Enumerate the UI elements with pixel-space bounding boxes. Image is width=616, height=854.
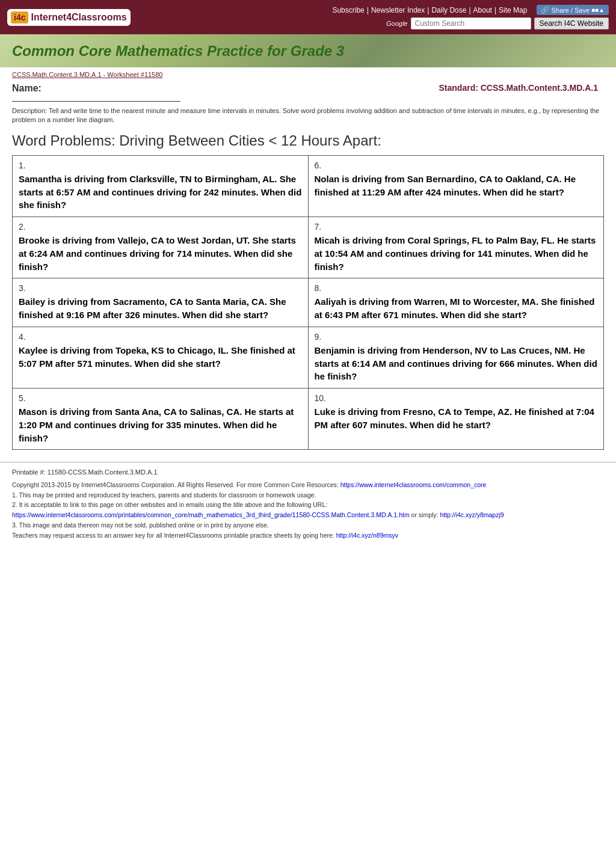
share-icon: 🔗 [541,6,549,14]
logo-area: i4c Internet4Classrooms [7,9,131,26]
footer-line2: 2. It is acceptable to link to this page… [12,500,604,520]
footer-short-url[interactable]: http://i4c.xyz/y8mapzj9 [440,511,504,518]
problems-tbody: 1.Samantha is driving from Clarksville, … [13,155,604,450]
top-nav: Subscribe | Newsletter Index | Daily Dos… [332,5,609,15]
search-button[interactable]: Search I4C Website [534,17,609,29]
problem-cell: 4.Kaylee is driving from Topeka, KS to C… [13,327,309,388]
problem-num: 2. [19,222,302,232]
footer-line4: Teachers may request access to an answer… [12,530,604,541]
problem-text: Kaylee is driving from Topeka, KS to Chi… [19,344,302,370]
problem-text: Mason is driving from Santa Ana, CA to S… [19,405,302,444]
nav-newsletter[interactable]: Newsletter Index [371,6,425,14]
problem-cell: 10.Luke is driving from Fresno, CA to Te… [308,389,604,450]
logo-text: Internet4Classrooms [31,12,126,23]
nav-area: Subscribe | Newsletter Index | Daily Dos… [332,5,609,29]
footer-answer-key-link[interactable]: http://i4c.xyz/n89msyv [336,532,398,539]
problem-num: 9. [315,332,598,342]
share-social-icons: ■■▲ [591,7,605,13]
standard-section: Standard: CCSS.Math.Content.3.MD.A.1 [439,83,604,93]
footer-line1: 1. This may be printed and reproduced by… [12,490,604,500]
problem-cell: 6.Nolan is driving from San Bernardino, … [308,155,604,217]
problem-num: 1. [19,161,302,170]
nav-site-map[interactable]: Site Map [499,6,527,14]
problem-cell: 3.Bailey is driving from Sacramento, CA … [13,278,309,327]
section-title: Word Problems: Driving Between Cities < … [12,132,604,149]
footer-url[interactable]: https://www.internet4classrooms.com/prin… [12,511,410,518]
worksheet-id[interactable]: CCSS.Math.Content.3.MD.A.1 - Worksheet #… [12,71,162,78]
name-section: Name: [12,83,439,102]
problem-num: 3. [19,283,302,293]
problem-cell: 1.Samantha is driving from Clarksville, … [13,155,309,217]
logo-i4c-badge: i4c [11,11,28,23]
problem-text: Micah is driving from Coral Springs, FL … [315,234,598,273]
problem-num: 5. [19,393,302,403]
problem-cell: 8.Aaliyah is driving from Warren, MI to … [308,278,604,327]
problem-cell: 5.Mason is driving from Santa Ana, CA to… [13,389,309,450]
problem-text: Samantha is driving from Clarksville, TN… [19,173,302,212]
nav-about[interactable]: About [473,6,492,14]
banner-title: Common Core Mathematics Practice for Gra… [12,43,344,60]
name-standard-row: Name: Standard: CCSS.Math.Content.3.MD.A… [12,83,604,102]
problem-num: 6. [315,161,598,170]
search-area: Google Search I4C Website [386,17,609,29]
problem-num: 8. [315,283,598,293]
problem-cell: 2.Brooke is driving from Vallejo, CA to … [13,217,309,278]
problem-text: Aaliyah is driving from Warren, MI to Wo… [315,295,598,322]
search-input[interactable] [411,17,531,29]
footer-copyright-link[interactable]: https://www.internet4classrooms.com/comm… [340,481,487,488]
problem-text: Brooke is driving from Vallejo, CA to We… [19,234,302,273]
problem-text: Benjamin is driving from Henderson, NV t… [315,344,598,383]
problems-table: 1.Samantha is driving from Clarksville, … [12,155,604,450]
description: Description: Tell and write time to the … [12,106,604,125]
problem-text: Luke is driving from Fresno, CA to Tempe… [315,405,598,432]
google-logo: Google [386,20,407,27]
logo-box: i4c Internet4Classrooms [7,9,131,26]
nav-subscribe[interactable]: Subscribe [332,6,364,14]
footer: Printable #: 11580-CCSS.Math.Content.3.M… [0,462,616,545]
content: CCSS.Math.Content.3.MD.A.1 - Worksheet #… [0,67,616,462]
footer-line3: 3. This image and data thereon may not b… [12,520,604,530]
footer-copyright: Copyright 2013-2015 by Internet4Classroo… [12,480,604,490]
problem-cell: 9.Benjamin is driving from Henderson, NV… [308,327,604,388]
nav-daily-dose[interactable]: Daily Dose [431,6,466,14]
standard-label: Standard: CCSS.Math.Content.3.MD.A.1 [439,83,598,93]
name-line [12,101,180,102]
problem-text: Bailey is driving from Sacramento, CA to… [19,295,302,322]
footer-printable: Printable #: 11580-CCSS.Math.Content.3.M… [12,467,604,478]
share-save-button[interactable]: 🔗 Share / Save ■■▲ [537,5,609,15]
problem-text: Nolan is driving from San Bernardino, CA… [315,173,598,199]
problem-num: 7. [315,222,598,232]
problem-num: 4. [19,332,302,342]
banner: Common Core Mathematics Practice for Gra… [0,34,616,67]
problem-num: 10. [315,393,598,403]
name-label: Name: [12,83,42,93]
problem-cell: 7.Micah is driving from Coral Springs, F… [308,217,604,278]
header: i4c Internet4Classrooms Subscribe | News… [0,0,616,34]
